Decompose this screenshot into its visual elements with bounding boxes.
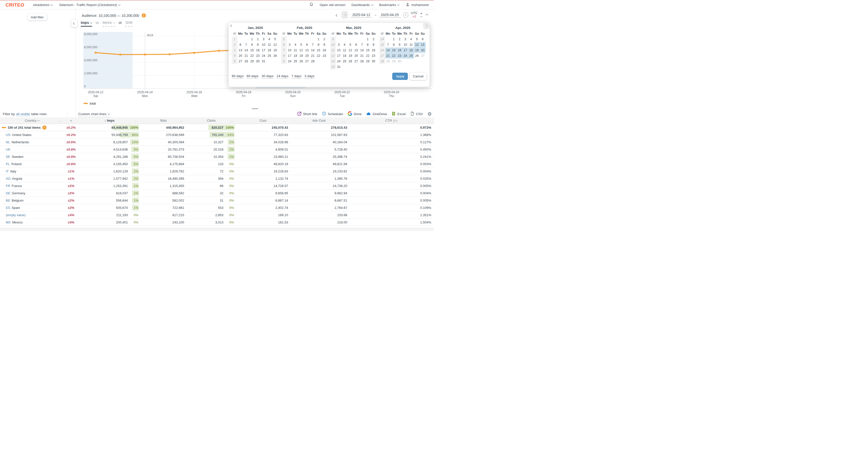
cancel-button[interactable]: Cancel: [410, 73, 427, 80]
calendar-day[interactable]: 21: [310, 53, 316, 59]
calendar-day[interactable]: 16: [397, 47, 403, 53]
column-header-cost[interactable]: Cost ...: [237, 118, 289, 124]
table-row[interactable]: MX Mexico ±4% 200,401 0% 243,100 3,013 0…: [0, 219, 434, 226]
calendar-day[interactable]: 9: [371, 42, 376, 47]
calendar-day[interactable]: 28: [310, 59, 316, 64]
calendar-day[interactable]: 23: [321, 53, 327, 59]
dashboards-menu[interactable]: Dashboards: [351, 3, 373, 7]
calendar-day[interactable]: 3: [403, 36, 408, 42]
table-row[interactable]: IT Italy ±1% 1,620,129 2% 1,829,782 72 0…: [0, 168, 434, 175]
settings-button[interactable]: ⚙: [428, 112, 432, 117]
quick-range-link[interactable]: 60 days: [247, 74, 258, 79]
table-scroll-strip[interactable]: [0, 228, 434, 231]
calendar-day[interactable]: 14: [359, 47, 365, 53]
calendar-day[interactable]: 29: [391, 59, 397, 64]
calendar-day[interactable]: 21: [385, 53, 391, 59]
calendar-day[interactable]: 31: [336, 64, 342, 70]
calendar-day[interactable]: 24: [261, 53, 267, 59]
column-header-bids[interactable]: Bids ...: [141, 118, 186, 124]
clicks-column-menu[interactable]: ...: [230, 119, 234, 123]
calendar-day[interactable]: 20: [420, 47, 426, 53]
filter-all-visible-link[interactable]: all visible: [16, 112, 30, 116]
bookmarks-menu[interactable]: Bookmarks: [379, 3, 400, 7]
calendar-prev-month-button[interactable]: [231, 23, 232, 27]
calendar-day[interactable]: 1: [365, 36, 371, 42]
table-row[interactable]: ES Spain ±2% 505,674 1% 722,981 553 0% 2…: [0, 204, 434, 211]
table-row[interactable]: AO Angola ±1% 1,577,942 2% 16,490,395 39…: [0, 175, 434, 182]
calendar-day[interactable]: 28: [359, 59, 365, 64]
adv-cost-column-menu[interactable]: ...: [342, 119, 345, 123]
cost-column-menu[interactable]: ...: [283, 119, 286, 123]
calendar-day[interactable]: 19: [414, 47, 420, 53]
calendar-day[interactable]: 11: [267, 42, 272, 47]
calendar-day[interactable]: 12: [272, 42, 278, 47]
calendar-day[interactable]: 20: [353, 53, 359, 59]
calendar-day[interactable]: 20: [238, 53, 243, 59]
start-date-input[interactable]: [350, 12, 372, 18]
calendar-day[interactable]: 25: [408, 53, 414, 59]
calendar-next-month-button[interactable]: [423, 22, 430, 29]
calendar-day[interactable]: 17: [261, 47, 267, 53]
calendar-day[interactable]: 23: [397, 53, 403, 59]
chart-resize-handle[interactable]: [252, 108, 258, 109]
calendar-day[interactable]: 12: [347, 47, 353, 53]
calendar-day[interactable]: 14: [310, 47, 316, 53]
calendar-day[interactable]: 1: [391, 36, 397, 42]
report-selector[interactable]: Selenium - Traffic Report (Clickdistrict…: [59, 3, 120, 7]
calendar-day[interactable]: 22: [249, 53, 255, 59]
calendar-day[interactable]: 25: [267, 53, 272, 59]
calendar-day[interactable]: 4: [342, 42, 347, 47]
calendar-day[interactable]: 24: [403, 53, 408, 59]
calendar-day[interactable]: 17: [403, 47, 408, 53]
calendar-day[interactable]: 10: [336, 47, 342, 53]
calendar-day[interactable]: 5: [347, 42, 353, 47]
calendar-day[interactable]: 23: [255, 53, 261, 59]
calendar-day[interactable]: 16: [255, 47, 261, 53]
collapse-panel-button[interactable]: [425, 12, 429, 18]
calendar-day[interactable]: 10: [261, 42, 267, 47]
table-row[interactable]: BE Belgium ±2% 556,644 1% 582,002 31 0% …: [0, 197, 434, 204]
metric-scroll-left-button[interactable]: [71, 20, 77, 27]
calendar-day[interactable]: 28: [385, 59, 391, 64]
add-filter-button[interactable]: Add filter: [27, 14, 47, 20]
calendar-day[interactable]: 25: [342, 59, 347, 64]
calendar-day[interactable]: 26: [272, 53, 278, 59]
calendar-day[interactable]: 3: [287, 42, 292, 47]
calendar-day[interactable]: 18: [408, 47, 414, 53]
calendar-day[interactable]: 16: [371, 47, 376, 53]
calendar-day[interactable]: 4: [408, 36, 414, 42]
calendar-day[interactable]: 19: [272, 47, 278, 53]
calendar-day[interactable]: 10: [403, 42, 408, 47]
calendar-day[interactable]: 6: [353, 42, 359, 47]
primary-metric-dropdown[interactable]: Imps: [81, 21, 92, 27]
compare-metric-dropdown[interactable]: Metric: [103, 21, 115, 27]
calendar-day[interactable]: 5: [299, 42, 304, 47]
calendar-day[interactable]: 11: [292, 47, 299, 53]
calendar-day[interactable]: 19: [299, 53, 304, 59]
calendar-day[interactable]: 6: [420, 36, 426, 42]
table-row[interactable]: PL Poland ±0.8% 4,155,450 5% 4,175,684 1…: [0, 160, 434, 168]
imps-column-menu[interactable]: ...: [134, 119, 138, 123]
calendar-day[interactable]: 8: [249, 42, 255, 47]
calendar-day[interactable]: 13: [420, 42, 426, 47]
calendar-day[interactable]: 9: [321, 42, 327, 47]
calendar-day[interactable]: 27: [353, 59, 359, 64]
calendar-day[interactable]: 14: [243, 47, 249, 53]
table-row[interactable]: DE Germany ±2% 818,037 1% 888,592 32 0% …: [0, 190, 434, 197]
excel-button[interactable]: Excel: [392, 111, 406, 117]
calendar-day[interactable]: 31: [261, 59, 267, 64]
calendar-day[interactable]: 19: [347, 53, 353, 59]
calendar-day[interactable]: 15: [365, 47, 371, 53]
apply-button[interactable]: Apply: [392, 73, 408, 80]
calendar-day[interactable]: 9: [255, 42, 261, 47]
calendar-day[interactable]: 4: [267, 36, 272, 42]
calendar-day[interactable]: 29: [365, 59, 371, 64]
calendar-day[interactable]: 24: [287, 59, 292, 64]
calendar-day[interactable]: 26: [347, 59, 353, 64]
quick-range-link[interactable]: 30 days: [262, 74, 274, 79]
calendar-day[interactable]: 1: [249, 36, 255, 42]
calendar-day[interactable]: 5: [272, 36, 278, 42]
calendar-day[interactable]: 27: [420, 53, 426, 59]
quick-range-link[interactable]: 7 days: [291, 74, 302, 79]
calendar-day[interactable]: 2: [371, 36, 376, 42]
